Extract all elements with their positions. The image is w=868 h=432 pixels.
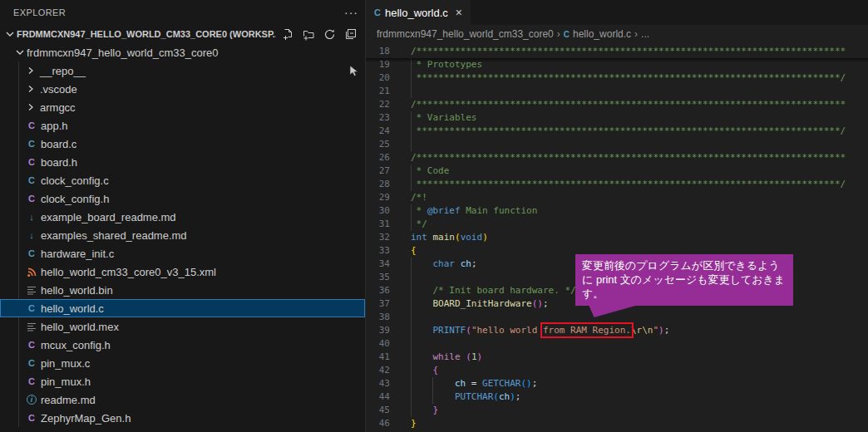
c-source-icon: C <box>25 247 38 260</box>
tree-item-.vscode[interactable]: .vscode <box>0 80 365 98</box>
tree-item-hello_world.mex[interactable]: hello_world.mex <box>0 317 365 336</box>
code-editor[interactable]: 18/*************************************… <box>366 43 868 430</box>
code-line-40[interactable]: 40 <box>366 337 868 351</box>
tree-item-hello_world_cm33_core0_v3_15.xml[interactable]: hello_world_cm33_core0_v3_15.xml <box>0 263 365 281</box>
code-token: ) <box>482 232 488 243</box>
close-icon[interactable]: × <box>456 7 462 18</box>
line-number: 39 <box>366 324 390 337</box>
c-header-icon: C <box>25 155 38 169</box>
new-folder-icon[interactable] <box>302 27 315 41</box>
vscode-window: EXPLORER ··· FRDMMCXN947_HELLO_WORLD_CM3… <box>0 0 868 432</box>
binary-file-icon <box>25 320 38 333</box>
refresh-icon[interactable] <box>323 27 336 41</box>
collapse-all-icon[interactable] <box>343 27 357 41</box>
tree-item-app.h[interactable]: Capp.h <box>0 116 365 135</box>
file-tree: __repo__.vscodearmgccCapp.hCboard.cCboar… <box>0 61 365 427</box>
tree-item-example_board_readme.md[interactable]: ↓example_board_readme.md <box>0 208 365 226</box>
tree-item-clock_config.c[interactable]: Cclock_config.c <box>0 171 365 189</box>
indent-guide <box>411 297 412 311</box>
breadcrumb-folder[interactable]: frdmmcxn947_hello_world_cm33_core0 <box>377 28 554 40</box>
more-actions-icon[interactable]: ··· <box>344 8 358 17</box>
line-text: char ch; <box>411 258 477 271</box>
tree-item-clock_config.h[interactable]: Cclock_config.h <box>0 189 365 208</box>
tree-item-board.c[interactable]: Cboard.c <box>0 135 365 153</box>
c-file-icon: C <box>374 7 381 17</box>
indent-guide <box>411 377 412 390</box>
code-line-27[interactable]: 27 * Code <box>366 164 868 178</box>
code-line-22[interactable]: 22/*************************************… <box>366 98 868 111</box>
code-line-29[interactable]: 29/*! <box>366 191 868 204</box>
code-token: @brief <box>427 205 461 216</box>
code-token <box>455 258 461 269</box>
code-line-42[interactable]: 42 { <box>366 364 868 377</box>
indent-guide <box>411 271 412 284</box>
code-line-32[interactable]: 32int main(void) <box>366 231 868 244</box>
code-token: ch <box>461 258 471 269</box>
code-line-20[interactable]: 20 *************************************… <box>366 71 868 85</box>
code-token <box>411 298 433 309</box>
indent-guide <box>411 337 412 351</box>
workspace-section-header[interactable]: FRDMMCXN947_HELLO_WORLD_CM33_CORE0 (WORK… <box>0 25 365 43</box>
tree-item-armgcc[interactable]: armgcc <box>0 98 365 116</box>
tree-root-folder[interactable]: frdmmcxn947_hello_world_cm33_core0 <box>0 43 365 61</box>
binary-file-icon <box>25 283 38 297</box>
line-text: PRINTF("hello world from RAM Region.\r\n… <box>411 324 669 337</box>
code-token <box>411 325 433 336</box>
indent-guide <box>411 284 412 297</box>
tree-item-ZephyrMap_Gen.h[interactable]: CZephyrMap_Gen.h <box>0 409 365 427</box>
c-header-icon: C <box>25 375 38 388</box>
code-line-23[interactable]: 23 * Variables <box>366 111 868 125</box>
code-line-45[interactable]: 45 } <box>366 404 868 417</box>
code-line-31[interactable]: 31 */ <box>366 218 868 231</box>
markdown-icon: ↓ <box>25 228 38 242</box>
indent-guide <box>411 58 412 71</box>
code-line-44[interactable]: 44 PUTCHAR(ch); <box>366 390 868 404</box>
tree-item-mcux_config.h[interactable]: Cmcux_config.h <box>0 336 365 354</box>
breadcrumb-file[interactable]: hello_world.c <box>573 28 631 40</box>
info-icon: i <box>25 393 38 406</box>
line-number: 44 <box>366 390 390 404</box>
code-line-24[interactable]: 24 *************************************… <box>366 125 868 138</box>
tree-item-pin_mux.c[interactable]: Cpin_mux.c <box>0 354 365 372</box>
tree-item-hardware_init.c[interactable]: Chardware_init.c <box>0 244 365 263</box>
code-token: ; <box>515 391 521 402</box>
tree-item-board.h[interactable]: Cboard.h <box>0 153 365 171</box>
line-number: 40 <box>366 337 390 351</box>
line-text: { <box>411 244 417 258</box>
code-line-26[interactable]: 26/*************************************… <box>366 151 868 164</box>
indent-guide <box>411 164 412 178</box>
c-header-icon: C <box>25 119 38 132</box>
xml-icon <box>25 265 38 278</box>
code-line-18[interactable]: 18/*************************************… <box>366 45 868 58</box>
line-text: BOARD_InitHardware(); <box>411 297 549 311</box>
code-token <box>411 405 433 415</box>
code-line-46[interactable]: 46} <box>366 417 868 430</box>
tree-item-label: examples_shared_readme.md <box>41 229 187 242</box>
code-line-38[interactable]: 38 <box>366 311 868 324</box>
tree-item-pin_mux.h[interactable]: Cpin_mux.h <box>0 372 365 390</box>
line-number: 35 <box>366 271 390 284</box>
line-text: /***************************************… <box>411 151 846 164</box>
code-line-28[interactable]: 28 *************************************… <box>366 178 868 191</box>
code-line-19[interactable]: 19 * Prototypes <box>366 58 868 71</box>
code-line-43[interactable]: 43 ch = GETCHAR(); <box>366 377 868 390</box>
code-line-25[interactable]: 25 <box>366 138 868 151</box>
code-line-41[interactable]: 41 while (1) <box>366 351 868 364</box>
tab-hello-world-c[interactable]: C hello_world.c × <box>366 0 471 25</box>
explorer-header: EXPLORER ··· <box>0 0 365 25</box>
tree-item-__repo__[interactable]: __repo__ <box>0 61 365 80</box>
tree-item-readme.md[interactable]: ireadme.md <box>0 390 365 409</box>
tree-item-hello_world.c[interactable]: Chello_world.c <box>0 299 365 317</box>
new-file-icon[interactable] <box>281 27 294 41</box>
breadcrumb-symbol[interactable]: ... <box>641 28 649 40</box>
tree-item-examples_shared_readme.md[interactable]: ↓examples_shared_readme.md <box>0 226 365 244</box>
code-line-21[interactable]: 21 <box>366 85 868 98</box>
code-line-30[interactable]: 30 * @brief Main function <box>366 204 868 218</box>
tree-item-label: pin_mux.c <box>41 357 90 370</box>
c-file-icon: C <box>564 30 570 39</box>
line-text: * Code <box>411 164 449 178</box>
line-number: 29 <box>366 191 390 204</box>
code-line-39[interactable]: 39 PRINTF("hello world from RAM Region.\… <box>366 324 868 337</box>
line-text: /***************************************… <box>411 98 846 111</box>
tree-item-hello_world.bin[interactable]: hello_world.bin <box>0 281 365 299</box>
